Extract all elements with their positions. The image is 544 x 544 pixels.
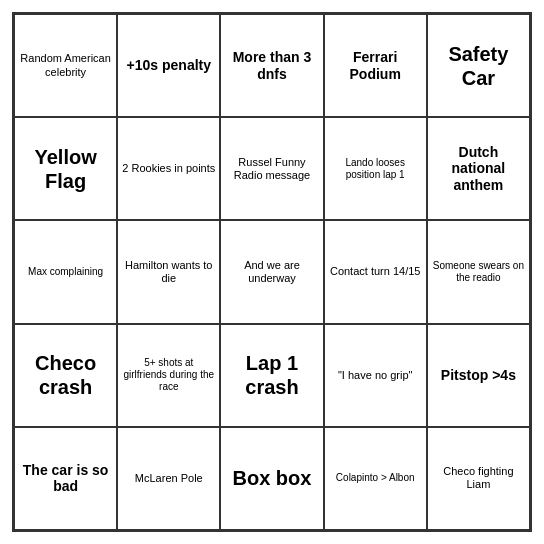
cell-r4c0[interactable]: The car is so bad bbox=[14, 427, 117, 530]
cell-r2c3[interactable]: Contact turn 14/15 bbox=[324, 220, 427, 323]
cell-r1c1[interactable]: 2 Rookies in points bbox=[117, 117, 220, 220]
cell-r3c4[interactable]: Pitstop >4s bbox=[427, 324, 530, 427]
cell-r0c3[interactable]: Ferrari Podium bbox=[324, 14, 427, 117]
cell-text-r2c1: Hamilton wants to die bbox=[122, 259, 215, 285]
cell-text-r1c3: Lando looses position lap 1 bbox=[329, 157, 422, 181]
cell-text-r3c1: 5+ shots at girlfriends during the race bbox=[122, 357, 215, 393]
cell-r3c3[interactable]: "I have no grip" bbox=[324, 324, 427, 427]
cell-r0c4[interactable]: Safety Car bbox=[427, 14, 530, 117]
cell-text-r2c2: And we are underway bbox=[225, 259, 318, 285]
cell-text-r3c4: Pitstop >4s bbox=[441, 367, 516, 384]
cell-text-r2c4: Someone swears on the readio bbox=[432, 260, 525, 284]
cell-r0c1[interactable]: +10s penalty bbox=[117, 14, 220, 117]
cell-text-r0c1: +10s penalty bbox=[127, 57, 211, 74]
cell-r3c1[interactable]: 5+ shots at girlfriends during the race bbox=[117, 324, 220, 427]
cell-text-r0c4: Safety Car bbox=[432, 42, 525, 90]
cell-text-r4c0: The car is so bad bbox=[19, 462, 112, 496]
cell-text-r2c3: Contact turn 14/15 bbox=[330, 265, 421, 278]
cell-text-r0c0: Random American celebrity bbox=[19, 52, 112, 78]
cell-r2c1[interactable]: Hamilton wants to die bbox=[117, 220, 220, 323]
cell-r3c0[interactable]: Checo crash bbox=[14, 324, 117, 427]
cell-r1c3[interactable]: Lando looses position lap 1 bbox=[324, 117, 427, 220]
cell-r0c2[interactable]: More than 3 dnfs bbox=[220, 14, 323, 117]
cell-text-r2c0: Max complaining bbox=[28, 266, 103, 278]
cell-text-r0c2: More than 3 dnfs bbox=[225, 49, 318, 83]
cell-r2c0[interactable]: Max complaining bbox=[14, 220, 117, 323]
cell-r4c4[interactable]: Checo fighting Liam bbox=[427, 427, 530, 530]
cell-r3c2[interactable]: Lap 1 crash bbox=[220, 324, 323, 427]
cell-text-r4c4: Checo fighting Liam bbox=[432, 465, 525, 491]
cell-r1c4[interactable]: Dutch national anthem bbox=[427, 117, 530, 220]
cell-r4c1[interactable]: McLaren Pole bbox=[117, 427, 220, 530]
cell-text-r1c4: Dutch national anthem bbox=[432, 144, 525, 194]
cell-r2c2[interactable]: And we are underway bbox=[220, 220, 323, 323]
cell-r1c0[interactable]: Yellow Flag bbox=[14, 117, 117, 220]
cell-text-r0c3: Ferrari Podium bbox=[329, 49, 422, 83]
cell-text-r3c2: Lap 1 crash bbox=[225, 351, 318, 399]
cell-text-r3c3: "I have no grip" bbox=[338, 369, 412, 382]
cell-text-r4c1: McLaren Pole bbox=[135, 472, 203, 485]
cell-r4c2[interactable]: Box box bbox=[220, 427, 323, 530]
cell-text-r4c2: Box box bbox=[233, 466, 312, 490]
bingo-board: Random American celebrity+10s penaltyMor… bbox=[12, 12, 532, 532]
cell-text-r3c0: Checo crash bbox=[19, 351, 112, 399]
cell-r1c2[interactable]: Russel Funny Radio message bbox=[220, 117, 323, 220]
cell-r2c4[interactable]: Someone swears on the readio bbox=[427, 220, 530, 323]
cell-text-r4c3: Colapinto > Albon bbox=[336, 472, 415, 484]
cell-r4c3[interactable]: Colapinto > Albon bbox=[324, 427, 427, 530]
cell-text-r1c0: Yellow Flag bbox=[19, 145, 112, 193]
cell-text-r1c2: Russel Funny Radio message bbox=[225, 156, 318, 182]
cell-text-r1c1: 2 Rookies in points bbox=[122, 162, 215, 175]
cell-r0c0[interactable]: Random American celebrity bbox=[14, 14, 117, 117]
